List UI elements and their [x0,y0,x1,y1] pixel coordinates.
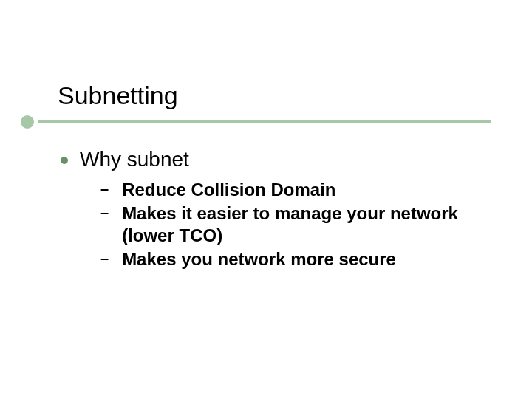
bullet-level1: Why subnet [61,148,491,171]
title-underline [21,115,491,130]
slide: Subnetting Why subnet – Reduce Collision… [0,0,532,399]
sub-bullet: – Reduce Collision Domain [100,179,491,201]
bullet-dot-icon [61,157,68,164]
dash-icon: – [100,204,109,221]
sub-bullet: – Makes you network more secure [100,248,491,270]
sub-bullet-list: – Reduce Collision Domain – Makes it eas… [100,179,491,270]
slide-title: Subnetting [58,81,502,110]
sub-bullet-text: Reduce Collision Domain [122,179,335,201]
dash-icon: – [100,180,109,197]
dash-icon: – [100,250,109,267]
sub-bullet: – Makes it easier to manage your network… [100,202,491,247]
title-area: Subnetting [58,81,502,115]
accent-line [38,120,491,123]
content-area: Why subnet – Reduce Collision Domain – M… [61,148,491,272]
bullet-level1-text: Why subnet [80,148,189,171]
sub-bullet-text: Makes it easier to manage your network (… [122,202,491,247]
accent-dot-icon [21,115,34,129]
sub-bullet-text: Makes you network more secure [122,248,396,270]
